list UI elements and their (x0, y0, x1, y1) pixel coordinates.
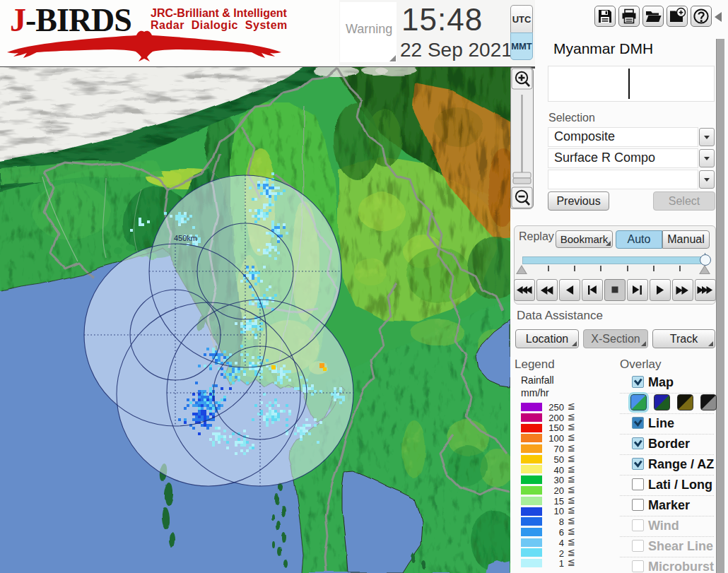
svg-text:450km: 450km (174, 234, 197, 242)
